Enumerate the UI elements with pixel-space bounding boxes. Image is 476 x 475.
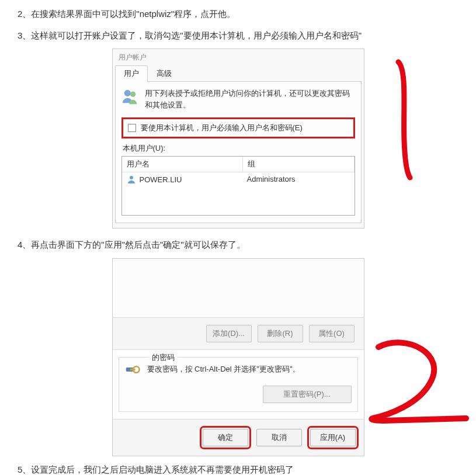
key-icon [125, 363, 141, 377]
col-username[interactable]: 用户名 [122, 157, 243, 172]
step-2-text: 2、在搜索结果界面中可以找到"netplwiz"程序，点开他。 [18, 6, 472, 23]
list-header: 用户名 组 [122, 157, 355, 172]
svg-point-0 [124, 90, 130, 96]
cancel-button[interactable]: 取消 [256, 429, 302, 446]
col-group[interactable]: 组 [243, 157, 355, 172]
cell-username: POWER.LIU [140, 175, 182, 184]
dialog-footer: 确定 取消 应用(A) [113, 419, 364, 456]
tabstrip: 用户 高级 [115, 65, 362, 82]
svg-point-1 [130, 92, 135, 97]
user-accounts-footer-dialog: 添加(D)... 删除(R) 属性(O) 的密码 要改密码，按 Ctrl-Alt… [112, 258, 364, 456]
apply-button[interactable]: 应用(A) [310, 429, 356, 446]
svg-rect-5 [130, 368, 135, 370]
dialog-description: 用下列表授予或拒绝用户访问你的计算机，还可以更改其密码和其他设置。 [145, 88, 355, 110]
user-row-icon [127, 175, 136, 184]
require-password-checkbox-row[interactable]: 要使用本计算机，用户必须输入用户名和密码(E) [121, 117, 355, 138]
tab-advanced[interactable]: 高级 [148, 65, 180, 82]
list-buttons-row: 添加(D)... 删除(R) 属性(O) [113, 318, 364, 350]
table-row[interactable]: POWER.LIU Administrators [122, 172, 355, 186]
users-icon [121, 88, 139, 105]
add-button[interactable]: 添加(D)... [206, 325, 252, 342]
user-accounts-dialog: 用户帐户 用户 高级 用下列表授予或拒绝用户访问你的计算机，还可以更改其密码和其… [112, 48, 364, 228]
step-5-text-cutoff: 5、设置完成后，我们之后启动电脑进入系统就不再需要使用开机密码了 [18, 464, 472, 474]
dialog-title: 用户帐户 [113, 49, 364, 65]
step-3-text: 3、这样就可以打开账户设置了，取消勾选"要使用本计算机，用户必须输入用户名和密码… [18, 27, 472, 44]
tab-users[interactable]: 用户 [115, 65, 148, 82]
checkbox-label: 要使用本计算机，用户必须输入用户名和密码(E) [141, 123, 303, 133]
users-listview[interactable]: 用户名 组 POWER.LIU Administrators [121, 156, 355, 216]
cell-group: Administrators [242, 172, 355, 186]
annotation-doodle-2 [366, 337, 471, 436]
reset-password-button[interactable]: 重置密码(P)... [263, 386, 352, 403]
tab-page-users: 用下列表授予或拒绝用户访问你的计算机，还可以更改其密码和其他设置。 要使用本计算… [115, 82, 362, 223]
properties-button[interactable]: 属性(O) [309, 325, 355, 342]
annotation-doodle-1 [381, 58, 433, 181]
svg-point-2 [130, 176, 133, 179]
ok-button[interactable]: 确定 [203, 429, 248, 446]
local-users-label: 本机用户(U): [123, 143, 354, 154]
password-group: 的密码 要改密码，按 Ctrl-Alt-Del 并选择"更改密码"。 重置密码(… [119, 357, 358, 412]
checkbox-icon[interactable] [128, 124, 136, 132]
remove-button[interactable]: 删除(R) [258, 325, 303, 342]
dialog-upper-blank [113, 259, 364, 318]
step-4-text: 4、再点击界面下方的"应用"然后点击"确定"就可以保存了。 [18, 237, 472, 254]
password-group-legend: 的密码 [148, 352, 178, 363]
password-instruction: 要改密码，按 Ctrl-Alt-Del 并选择"更改密码"。 [147, 363, 300, 375]
